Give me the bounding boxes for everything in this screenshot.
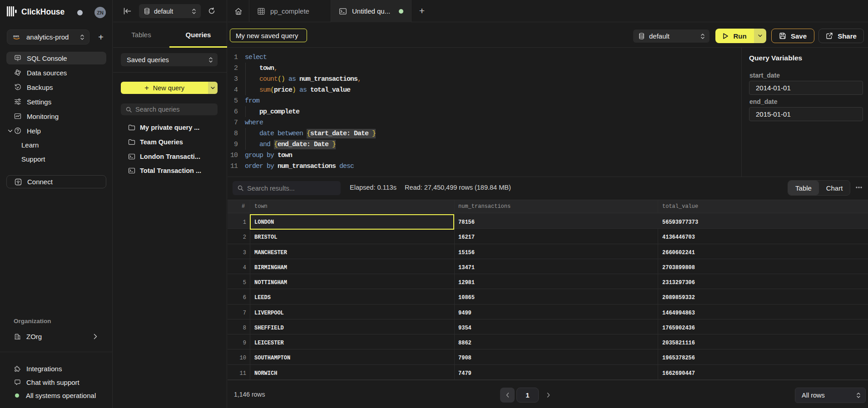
svg-text:aws: aws (13, 34, 19, 38)
